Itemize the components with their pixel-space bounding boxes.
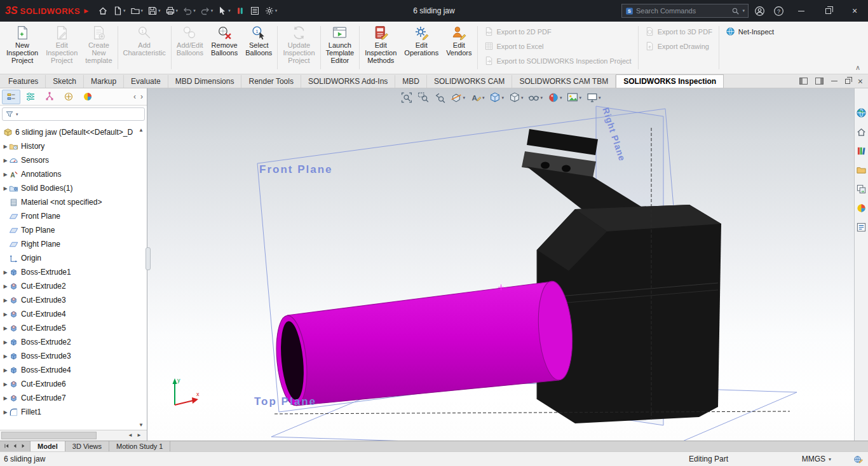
search-input[interactable] (636, 7, 729, 15)
qat-new-document-button[interactable]: ▾ (111, 4, 128, 18)
dropdown-caret-icon[interactable]: ▾ (123, 8, 126, 13)
pane-right-icon[interactable] (815, 78, 824, 85)
taskpane-design-library-button[interactable] (856, 146, 867, 159)
ribbon-collapse-button[interactable]: ∧ (855, 64, 860, 72)
tab-first-button[interactable] (4, 442, 10, 450)
units-caret-icon[interactable]: ▾ (829, 456, 831, 462)
ribbon-remove-balloons-button[interactable]: RemoveBalloons (207, 23, 241, 72)
scene-3d[interactable]: Right Plane (147, 88, 854, 441)
expand-caret-icon[interactable]: ▶ (2, 270, 9, 275)
qat-save-button[interactable]: ▾ (146, 4, 163, 18)
tree-item-sensors[interactable]: ▶Sensors (0, 153, 147, 167)
expand-caret-icon[interactable]: ▶ (2, 367, 9, 373)
headsup-hide-show-button[interactable]: ▾ (527, 90, 544, 105)
doc-tab-model[interactable]: Model (31, 441, 65, 451)
dropdown-caret-icon[interactable]: ▾ (541, 95, 543, 100)
dropdown-caret-icon[interactable]: ▾ (580, 95, 582, 100)
taskpane-view-palette-button[interactable] (856, 184, 867, 197)
tree-item-root[interactable]: 6 sliding jaw (Default<<Default>_D (0, 125, 147, 139)
panel-resize-handle[interactable] (146, 247, 151, 270)
doc-tab-motion-study-1[interactable]: Motion Study 1 (109, 441, 170, 451)
qat-select-cursor-button[interactable]: ▾ (215, 4, 233, 18)
tab-render-tools[interactable]: Render Tools (241, 75, 301, 88)
tree-horizontal-scrollbar[interactable]: ◄ ► (0, 430, 147, 441)
tab-prev-button[interactable] (12, 442, 18, 450)
ribbon-select-balloons-button[interactable]: 1SelectBalloons (241, 23, 276, 72)
dropdown-caret-icon[interactable]: ▾ (158, 8, 161, 13)
tab-solidworks-cam-tbm[interactable]: SOLIDWORKS CAM TBM (512, 75, 616, 88)
qat-redo-button[interactable]: ▾ (198, 4, 215, 18)
tree-item-front-plane[interactable]: Front Plane (0, 209, 147, 223)
tab-solidworks-inspection[interactable]: SOLIDWORKS Inspection (616, 74, 724, 88)
tree-item-top-plane[interactable]: Top Plane (0, 223, 147, 237)
expand-caret-icon[interactable]: ▶ (2, 312, 9, 317)
user-account-button[interactable] (750, 0, 769, 22)
filter-funnel-icon[interactable] (5, 110, 14, 119)
qat-undo-button[interactable]: ▾ (180, 4, 198, 18)
taskpane-marketplace-globe-button[interactable] (856, 107, 867, 121)
tab-features[interactable]: Features (1, 75, 46, 88)
tree-item-history[interactable]: ▶History (0, 139, 147, 153)
tree-item-boss-extrude1[interactable]: ▶Boss-Extrude1 (0, 265, 147, 279)
units-selector[interactable]: MMGS ▾ (802, 455, 831, 463)
dropdown-caret-icon[interactable]: ▾ (501, 95, 504, 100)
headsup-dynamic-annotation-button[interactable]: A▾ (469, 90, 485, 105)
tree-item-solid-bodies-1[interactable]: ▶Solid Bodies(1) (0, 181, 147, 195)
command-search[interactable]: S ▾ (621, 4, 749, 18)
expand-caret-icon[interactable]: ▶ (2, 353, 9, 359)
scrollbar-thumb[interactable] (1, 432, 97, 439)
headsup-edit-appearance-button[interactable]: ▾ (546, 90, 563, 105)
expand-caret-icon[interactable]: ▶ (2, 395, 9, 401)
chevron-left-icon[interactable]: ‹ (133, 92, 136, 101)
tree-item-material-not-specified[interactable]: Material <not specified> (0, 195, 147, 209)
manager-tab-configurationmanager[interactable] (40, 90, 58, 104)
dropdown-caret-icon[interactable]: ▾ (141, 8, 144, 13)
expand-caret-icon[interactable]: ▶ (2, 172, 9, 177)
front-plane-label[interactable]: Front Plane (259, 163, 333, 175)
ribbon-new-inspection-project-button[interactable]: NewInspectionProject (3, 23, 42, 72)
headsup-section-view-button[interactable]: ▾ (449, 90, 466, 105)
tree-item-origin[interactable]: Origin (0, 251, 147, 265)
expand-caret-icon[interactable]: ▶ (2, 409, 9, 415)
dropdown-caret-icon[interactable]: ▾ (193, 8, 196, 13)
tab-solidworks-cam[interactable]: SOLIDWORKS CAM (427, 75, 512, 88)
ribbon-edit-operations-button[interactable]: EditOperations (400, 23, 442, 72)
tree-item-cut-extrude2[interactable]: ▶Cut-Extrude2 (0, 279, 147, 293)
tab-markup[interactable]: Markup (84, 75, 124, 88)
expand-caret-icon[interactable]: ▶ (2, 298, 9, 303)
scroll-right-icon[interactable]: ► (137, 432, 142, 438)
tree-scroll-up-icon[interactable]: ▲ (139, 127, 144, 133)
magnifier-icon[interactable] (731, 7, 740, 15)
manager-tab-propertymanager[interactable] (21, 90, 39, 104)
tab-mbd-dimensions[interactable]: MBD Dimensions (168, 75, 242, 88)
expand-caret-icon[interactable]: ▶ (2, 144, 9, 149)
tab-solidworks-add-ins[interactable]: SOLIDWORKS Add-Ins (301, 75, 395, 88)
headsup-view-settings-button[interactable]: ▾ (585, 90, 602, 105)
tree-item-cut-extrude3[interactable]: ▶Cut-Extrude3 (0, 293, 147, 307)
taskpane-resources-home-button[interactable] (856, 127, 867, 140)
ribbon-net-inspect-button[interactable]: Net-Inspect (726, 27, 774, 36)
manager-tab-displaymanager[interactable] (78, 90, 97, 104)
tree-item-cut-extrude7[interactable]: ▶Cut-Extrude7 (0, 391, 147, 405)
expand-caret-icon[interactable]: ▶ (2, 284, 9, 289)
ribbon-edit-vendors-button[interactable]: EditVendors (442, 23, 475, 72)
minimize-button[interactable] (788, 0, 815, 22)
dropdown-caret-icon[interactable]: ▾ (521, 95, 524, 100)
qat-print-button[interactable]: ▾ (163, 4, 180, 18)
publish-globe-icon[interactable] (853, 455, 863, 464)
qat-task-list-button[interactable] (248, 4, 262, 18)
headsup-apply-scene-button[interactable]: ▾ (566, 90, 583, 105)
qat-gear-button[interactable]: ▾ (262, 4, 280, 18)
manager-tab-dimxpertmanager[interactable] (59, 90, 78, 104)
headsup-zoom-area-button[interactable] (416, 90, 430, 105)
graphics-viewport[interactable]: ▾A▾▾▾▾▾▾▾ Right Plane (147, 88, 854, 441)
tree-item-boss-extrude3[interactable]: ▶Boss-Extrude3 (0, 349, 147, 363)
search-dropdown-caret-icon[interactable]: ▾ (742, 8, 745, 13)
ribbon-launch-template-editor-button[interactable]: LaunchTemplateEditor (322, 23, 358, 72)
feature-tree-filter[interactable]: ▾ (2, 107, 145, 121)
document-close-button[interactable]: × (858, 77, 863, 86)
tree-item-fillet1[interactable]: ▶Fillet1 (0, 405, 147, 419)
dropdown-caret-icon[interactable]: ▾ (482, 95, 485, 100)
selected-cylinder-face[interactable] (273, 280, 576, 407)
headsup-view-orientation-button[interactable]: ▾ (488, 90, 505, 105)
